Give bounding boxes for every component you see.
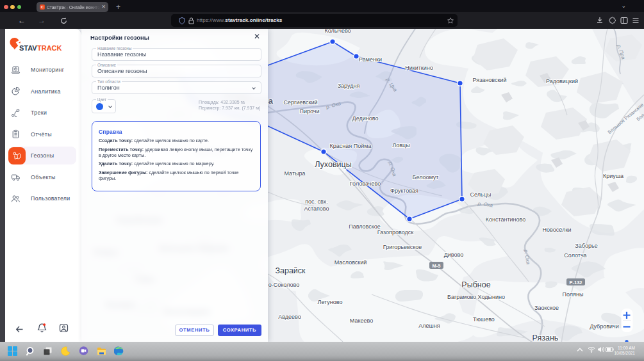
svg-text:Дивово: Дивово: [444, 252, 464, 258]
svg-text:Дединово: Дединово: [352, 115, 379, 122]
svg-text:Летуново: Летуново: [318, 299, 343, 305]
svg-text:Астапово: Астапово: [304, 205, 329, 212]
svg-text:Красная Пойма: Красная Пойма: [330, 143, 372, 149]
svg-text:Константиново: Константиново: [486, 216, 526, 223]
svg-text:Криуша: Криуша: [603, 173, 623, 179]
svg-text:Поляны: Поляны: [563, 291, 584, 298]
svg-text:Головачёво: Головачёво: [350, 180, 381, 187]
svg-text:о-Соколово: о-Соколово: [268, 282, 299, 288]
svg-text:Рязань: Рязань: [533, 333, 559, 342]
svg-text:Павловское: Павловское: [349, 223, 381, 230]
svg-text:Ловцы: Ловцы: [392, 142, 409, 148]
svg-text:Зарайск: Зарайск: [275, 266, 306, 275]
svg-text:Дубровичи: Дубровичи: [590, 323, 619, 330]
svg-text:Масловский: Масловский: [334, 259, 367, 266]
svg-text:Радовицкий: Радовицкий: [546, 78, 578, 84]
svg-text:Никиткино: Никиткино: [405, 65, 433, 71]
svg-text:Газопроводск: Газопроводск: [377, 229, 413, 236]
svg-text:Макеево: Макеево: [350, 317, 373, 324]
svg-text:Р-132: Р-132: [569, 280, 582, 285]
svg-text:Тюшево: Тюшево: [473, 316, 495, 323]
svg-text:Заокское: Заокское: [534, 305, 559, 311]
svg-text:Григорьевское: Григорьевское: [383, 244, 422, 250]
svg-text:М-5: М-5: [433, 263, 441, 269]
svg-text:Баграмово Ходынино: Баграмово Ходынино: [447, 294, 505, 300]
svg-text:Матыра: Матыра: [284, 170, 305, 177]
svg-text:Новосёлки: Новосёлки: [543, 227, 572, 233]
svg-text:Пирочи: Пирочи: [299, 108, 319, 115]
svg-text:Солотча: Солотча: [564, 252, 586, 259]
svg-text:пос. свх.: пос. свх.: [305, 198, 328, 205]
svg-text:STAV: STAV: [19, 44, 37, 52]
svg-text:Заборье: Заборье: [575, 243, 597, 249]
svg-text:Луховицы: Луховицы: [315, 160, 351, 169]
svg-text:Фруктовая: Фруктовая: [390, 188, 418, 194]
svg-text:Рязановский: Рязановский: [473, 77, 507, 83]
svg-text:Авдеево: Авдеево: [278, 314, 301, 320]
svg-text:Рыбное: Рыбное: [461, 280, 490, 289]
svg-text:TRACK: TRACK: [37, 44, 62, 52]
svg-text:Колычево: Колычево: [324, 29, 351, 34]
svg-text:Алёшня: Алёшня: [418, 323, 440, 329]
svg-text:Сергиевский: Сергиевский: [284, 99, 318, 106]
svg-text:Белоомут: Белоомут: [413, 174, 439, 180]
svg-text:Раменки: Раменки: [359, 56, 382, 63]
svg-text:Сельцы: Сельцы: [470, 191, 491, 198]
svg-text:Зарудня: Зарудня: [338, 83, 360, 89]
